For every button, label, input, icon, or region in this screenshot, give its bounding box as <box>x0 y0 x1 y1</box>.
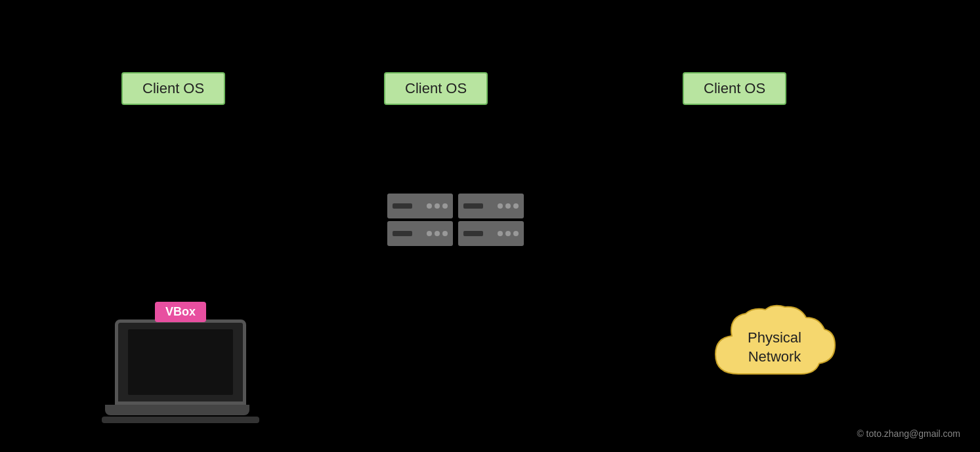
server-bar <box>393 203 412 209</box>
server-unit-2-1 <box>458 194 524 218</box>
vbox-label: VBox <box>165 305 196 318</box>
vbox-badge: VBox <box>155 302 206 322</box>
server-unit-2-2 <box>458 221 524 246</box>
footer-copyright: © toto.zhang@gmail.com <box>857 428 960 439</box>
server-dots <box>427 231 448 236</box>
laptop-base <box>105 405 249 415</box>
server-dots <box>498 203 519 209</box>
cloud-shape: PhysicalNetwork <box>702 302 847 394</box>
server-rack-group <box>387 194 524 246</box>
server-dots <box>498 231 519 236</box>
server-dot <box>498 203 503 209</box>
client-os-label-2: Client OS <box>405 80 467 96</box>
laptop-screen-wrapper <box>115 319 246 405</box>
server-unit-1-1 <box>387 194 453 218</box>
server-dot <box>442 231 448 236</box>
server-dot <box>513 231 519 236</box>
laptop-body <box>115 319 246 405</box>
server-dot <box>435 231 440 236</box>
server-dot <box>505 203 511 209</box>
diagram-canvas: Client OS Client OS Client OS <box>0 0 980 452</box>
client-os-box-2: Client OS <box>384 72 488 105</box>
server-dot <box>427 231 432 236</box>
server-dots <box>427 203 448 209</box>
client-os-label-1: Client OS <box>142 80 204 96</box>
laptop-foot <box>102 417 259 423</box>
server-bar <box>393 231 412 236</box>
server-bar <box>463 231 483 236</box>
laptop-vbox: VBox <box>102 302 259 423</box>
server-dot <box>513 203 519 209</box>
client-os-box-3: Client OS <box>683 72 786 105</box>
server-unit-1-2 <box>387 221 453 246</box>
server-dot <box>498 231 503 236</box>
laptop-screen <box>128 329 233 395</box>
client-os-label-3: Client OS <box>704 80 765 96</box>
server-dot <box>427 203 432 209</box>
server-bar <box>463 203 483 209</box>
server-rack-1 <box>387 194 453 246</box>
server-dot <box>442 203 448 209</box>
footer-text: © toto.zhang@gmail.com <box>857 428 960 439</box>
physical-network-container: PhysicalNetwork <box>702 302 847 394</box>
physical-network-label: PhysicalNetwork <box>748 329 801 366</box>
server-dot <box>435 203 440 209</box>
server-dot <box>505 231 511 236</box>
server-rack-2 <box>458 194 524 246</box>
client-os-box-1: Client OS <box>121 72 225 105</box>
